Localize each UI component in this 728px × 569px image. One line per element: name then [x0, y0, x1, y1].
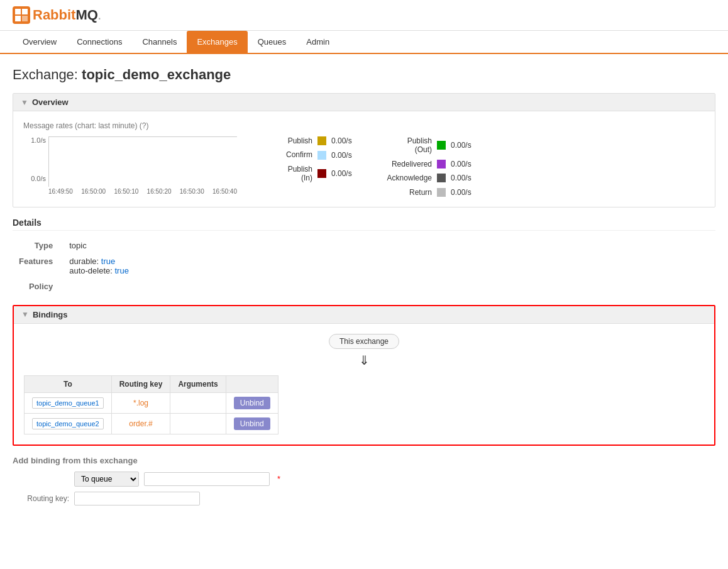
nav-queues[interactable]: Queues: [248, 31, 297, 53]
bindings-body: This exchange ⇓ To Routing key Arguments: [14, 324, 714, 445]
binding-action-2: Unbind: [226, 413, 278, 434]
message-rates-label: Message rates (chart: last minute) (?): [23, 121, 705, 130]
rate-redelivered: Redelivered 0.00/s: [382, 160, 476, 168]
binding-to-1: topic_demo_queue1: [25, 392, 112, 413]
col-to: To: [25, 375, 112, 392]
overview-arrow-icon: ▼: [21, 98, 28, 107]
nav-admin[interactable]: Admin: [296, 31, 339, 53]
queue-link-2[interactable]: topic_demo_queue2: [32, 418, 104, 429]
logo-icon: [13, 6, 30, 24]
details-title: Details: [13, 218, 715, 231]
header: RabbitMQ.: [0, 0, 728, 31]
durable-true-link[interactable]: true: [101, 257, 115, 266]
details-policy-value: [64, 279, 134, 294]
add-binding-to-input[interactable]: [144, 472, 270, 486]
binding-action-1: Unbind: [226, 392, 278, 413]
details-policy-label: Policy: [14, 279, 63, 294]
binding-routing-key-1: *.log: [111, 392, 170, 413]
publish-out-color: [437, 141, 446, 150]
add-binding-routing-key-row: Routing key:: [13, 492, 715, 505]
add-binding-section: Add binding from this exchange To queue …: [13, 456, 715, 505]
redelivered-color: [437, 160, 446, 168]
svg-rect-1: [22, 9, 28, 14]
logo-text: RabbitMQ.: [33, 7, 101, 23]
details-table: Type topic Features durable: true auto-d…: [13, 237, 135, 295]
binding-args-1: [170, 392, 226, 413]
details-section: Details Type topic Features durable: tru…: [13, 218, 715, 295]
details-features-label: Features: [14, 254, 63, 278]
page-content: Exchange: topic_demo_exchange ▼ Overview…: [0, 54, 728, 523]
add-binding-routing-key-label: Routing key:: [13, 494, 69, 503]
unbind-button-1[interactable]: Unbind: [234, 397, 270, 409]
rates-left: Publish 0.00/s Confirm 0.00/s Publish(In…: [262, 136, 356, 183]
col-action: [226, 375, 278, 392]
rate-confirm: Confirm 0.00/s: [262, 150, 356, 159]
details-features-value: durable: true auto-delete: true: [64, 254, 134, 278]
confirm-color: [317, 151, 326, 160]
binding-to-2: topic_demo_queue2: [25, 413, 112, 434]
nav-bar: Overview Connections Channels Exchanges …: [0, 31, 728, 54]
bindings-section-title: Bindings: [33, 310, 68, 319]
routing-key-value-1: *.log: [133, 399, 148, 407]
auto-delete-true-link[interactable]: true: [114, 266, 128, 275]
svg-rect-4: [49, 137, 238, 187]
nav-connections[interactable]: Connections: [67, 31, 132, 53]
nav-overview[interactable]: Overview: [13, 31, 67, 53]
bindings-section-header[interactable]: ▼ Bindings: [14, 306, 714, 324]
this-exchange-button[interactable]: This exchange: [329, 334, 399, 349]
add-binding-to-row: To queue To exchange *: [13, 472, 715, 487]
rate-publish-in: Publish(In) 0.00/s: [262, 165, 356, 183]
overview-section: ▼ Overview Message rates (chart: last mi…: [13, 93, 715, 207]
routing-key-value-2: order.#: [129, 419, 152, 428]
queue-link-1[interactable]: topic_demo_queue1: [32, 397, 104, 409]
chart-y-labels: 1.0/s 0.0/s: [23, 136, 46, 182]
chart-canvas: [48, 136, 237, 187]
binding-routing-key-2: order.#: [111, 413, 170, 434]
rate-return: Return 0.00/s: [382, 188, 476, 197]
details-policy-row: Policy: [14, 279, 134, 294]
col-routing-key: Routing key: [111, 375, 170, 392]
nav-channels[interactable]: Channels: [132, 31, 187, 53]
rate-publish-out: Publish(Out) 0.00/s: [382, 136, 476, 155]
bindings-table: To Routing key Arguments topic_demo_queu…: [24, 375, 279, 434]
publish-in-color: [317, 169, 326, 178]
required-star: *: [277, 474, 280, 483]
bindings-table-header-row: To Routing key Arguments: [25, 375, 279, 392]
binding-args-2: [170, 413, 226, 434]
add-binding-routing-key-input[interactable]: [74, 492, 200, 505]
details-type-row: Type topic: [14, 238, 134, 253]
bindings-section: ▼ Bindings This exchange ⇓ To Routing ke…: [13, 305, 715, 446]
page-title: Exchange: topic_demo_exchange: [13, 67, 715, 83]
overview-section-header[interactable]: ▼ Overview: [13, 94, 715, 111]
details-type-label: Type: [14, 238, 63, 253]
rate-publish: Publish 0.00/s: [262, 136, 356, 145]
logo: RabbitMQ.: [13, 6, 101, 24]
acknowledge-color: [437, 174, 446, 182]
this-exchange-wrapper: This exchange ⇓: [24, 334, 704, 368]
overview-section-body: Message rates (chart: last minute) (?) 1…: [13, 111, 715, 207]
svg-rect-2: [15, 16, 21, 21]
chart-area: 1.0/s 0.0/s 16:49:50 16:50:00 16:50:10 1: [23, 136, 237, 195]
binding-row-1: topic_demo_queue1 *.log Unbind: [25, 392, 279, 413]
details-features-row: Features durable: true auto-delete: true: [14, 254, 134, 278]
bindings-arrow-icon: ▼: [21, 310, 29, 319]
overview-section-title: Overview: [32, 97, 69, 107]
return-color: [437, 188, 446, 197]
rates-container: 1.0/s 0.0/s 16:49:50 16:50:00 16:50:10 1: [23, 136, 705, 197]
rate-acknowledge: Acknowledge 0.00/s: [382, 174, 476, 182]
svg-rect-3: [22, 16, 28, 21]
binding-row-2: topic_demo_queue2 order.# Unbind: [25, 413, 279, 434]
add-binding-title: Add binding from this exchange: [13, 456, 715, 465]
details-type-value: topic: [64, 238, 134, 253]
chart-x-labels: 16:49:50 16:50:00 16:50:10 16:50:20 16:5…: [48, 188, 237, 195]
add-binding-to-select[interactable]: To queue To exchange: [74, 472, 139, 487]
col-arguments: Arguments: [170, 375, 226, 392]
publish-color: [317, 136, 326, 145]
nav-exchanges[interactable]: Exchanges: [187, 31, 247, 53]
down-arrow-icon: ⇓: [359, 353, 370, 368]
svg-rect-0: [15, 9, 21, 14]
unbind-button-2[interactable]: Unbind: [234, 417, 270, 430]
rates-right: Publish(Out) 0.00/s Redelivered 0.00/s A…: [382, 136, 476, 197]
